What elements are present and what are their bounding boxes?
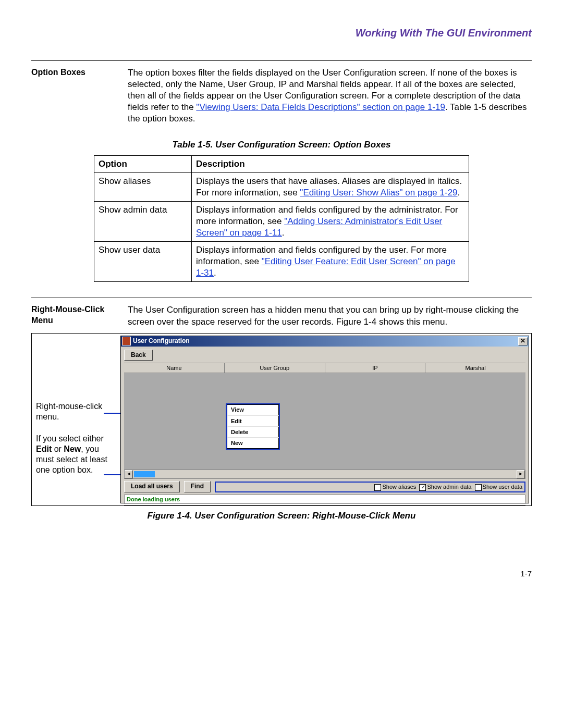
table-row: Show aliases Displays the users that hav… <box>94 172 469 201</box>
col-header-name[interactable]: Name <box>124 363 225 373</box>
cell-description: Displays information and fields configur… <box>192 201 469 241</box>
scroll-right-icon[interactable]: ► <box>517 470 525 478</box>
desc-text-end: . <box>214 268 216 278</box>
table-caption: Table 1-5. User Configuration Screen: Op… <box>31 139 532 151</box>
checkbox-show-aliases[interactable] <box>374 484 381 491</box>
callout-bold-edit: Edit <box>36 445 52 453</box>
cell-option: Show aliases <box>94 172 192 201</box>
horizontal-rule <box>31 298 532 298</box>
link-data-fields-descriptions[interactable]: "Viewing Users: Data Fields Descriptions… <box>196 102 445 112</box>
window-titlebar[interactable]: User Configuration ✕ <box>121 336 529 347</box>
table-header-description: Description <box>192 155 469 172</box>
running-header: Working With The GUI Environment <box>31 26 532 40</box>
callout-text: If you select either <box>36 434 104 443</box>
applet-warning-bar: Warning: Applet Window <box>124 505 525 505</box>
col-header-usergroup[interactable]: User Group <box>225 363 325 373</box>
desc-text-end: . <box>458 188 460 198</box>
column-headers: Name User Group IP Marshal <box>124 363 525 373</box>
callout-text: or <box>52 445 64 453</box>
find-button[interactable]: Find <box>184 481 211 492</box>
horizontal-rule <box>31 60 532 61</box>
checkbox-label: Show admin data <box>427 484 471 490</box>
callout-right-click-menu: Right-mouse-click menu. <box>36 401 114 422</box>
load-all-users-button[interactable]: Load all users <box>124 481 180 492</box>
window-title: User Configuration <box>133 337 190 346</box>
cell-description: Displays information and fields configur… <box>192 242 469 282</box>
section-label-right-click-menu: Right-Mouse-Click Menu <box>31 304 128 326</box>
figure-container: Right-mouse-click menu. If you select ei… <box>31 333 532 506</box>
back-button[interactable]: Back <box>124 350 153 361</box>
cell-description: Displays the users that have aliases. Al… <box>192 172 469 201</box>
scroll-thumb[interactable] <box>134 471 155 477</box>
section-body-option-boxes: The option boxes filter the fields displ… <box>128 67 532 125</box>
section-label-option-boxes: Option Boxes <box>31 67 128 78</box>
table-row: Show user data Displays information and … <box>94 242 469 282</box>
app-icon <box>122 337 131 346</box>
menu-item-edit[interactable]: Edit <box>227 416 279 427</box>
desc-text-end: . <box>282 228 285 238</box>
scroll-left-icon[interactable]: ◄ <box>125 470 133 478</box>
close-icon[interactable]: ✕ <box>518 337 528 346</box>
table-row: Show admin data Displays information and… <box>94 201 469 241</box>
callout-edit-new: If you select either Edit or New, you mu… <box>36 434 114 475</box>
menu-item-new[interactable]: New <box>227 438 279 448</box>
checkbox-label: Show aliases <box>382 484 416 490</box>
option-boxes-table: Option Description Show aliases Displays… <box>94 155 469 282</box>
cell-option: Show user data <box>94 242 192 282</box>
table-header-option: Option <box>94 155 192 172</box>
section-body-right-click-menu: The User Configuration screen has a hidd… <box>128 304 532 327</box>
status-text: Done loading users <box>127 496 180 502</box>
context-menu: View Edit Delete New <box>226 403 280 449</box>
page-number: 1-7 <box>31 569 532 579</box>
link-show-alias[interactable]: "Editing User: Show Alias" on page 1-29 <box>300 188 457 198</box>
menu-item-view[interactable]: View <box>227 404 279 415</box>
checkbox-show-admin-data[interactable] <box>419 484 426 491</box>
cell-option: Show admin data <box>94 201 192 241</box>
status-bar: Done loading users <box>124 495 525 504</box>
col-header-ip[interactable]: IP <box>325 363 426 373</box>
checkbox-label: Show user data <box>483 484 522 490</box>
figure-caption: Figure 1-4. User Configuration Screen: R… <box>31 510 532 522</box>
callout-bold-new: New <box>64 445 81 453</box>
checkbox-show-user-data[interactable] <box>475 484 482 491</box>
option-boxes-group: Show aliases Show admin data Show user d… <box>215 482 525 492</box>
menu-item-delete[interactable]: Delete <box>227 427 279 438</box>
user-configuration-window: User Configuration ✕ Back Name User Grou… <box>120 336 529 503</box>
col-header-marshal[interactable]: Marshal <box>425 363 525 373</box>
horizontal-scrollbar[interactable]: ◄ ► <box>124 470 525 479</box>
records-area[interactable]: View Edit Delete New <box>124 373 525 470</box>
